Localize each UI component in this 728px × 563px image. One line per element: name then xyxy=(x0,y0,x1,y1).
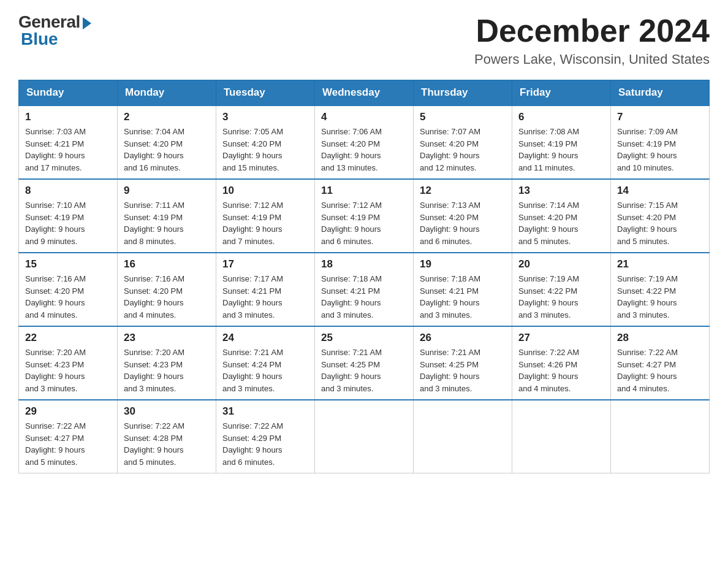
day-number: 22 xyxy=(25,332,111,344)
calendar-cell: 17 Sunrise: 7:17 AM Sunset: 4:21 PM Dayl… xyxy=(216,253,315,326)
calendar-cell: 1 Sunrise: 7:03 AM Sunset: 4:21 PM Dayli… xyxy=(19,105,118,179)
calendar-cell: 20 Sunrise: 7:19 AM Sunset: 4:22 PM Dayl… xyxy=(512,253,611,326)
day-info: Sunrise: 7:22 AM Sunset: 4:27 PM Dayligh… xyxy=(617,347,703,394)
day-info: Sunrise: 7:05 AM Sunset: 4:20 PM Dayligh… xyxy=(222,126,308,174)
calendar-week-1: 1 Sunrise: 7:03 AM Sunset: 4:21 PM Dayli… xyxy=(19,105,710,179)
calendar-cell: 16 Sunrise: 7:16 AM Sunset: 4:20 PM Dayl… xyxy=(118,253,216,326)
calendar-cell: 4 Sunrise: 7:06 AM Sunset: 4:20 PM Dayli… xyxy=(315,105,414,179)
calendar-cell: 26 Sunrise: 7:21 AM Sunset: 4:25 PM Dayl… xyxy=(414,326,512,400)
calendar-cell: 7 Sunrise: 7:09 AM Sunset: 4:19 PM Dayli… xyxy=(611,105,710,179)
day-info: Sunrise: 7:13 AM Sunset: 4:20 PM Dayligh… xyxy=(420,199,506,247)
col-monday: Monday xyxy=(118,80,216,106)
calendar-cell: 18 Sunrise: 7:18 AM Sunset: 4:21 PM Dayl… xyxy=(315,253,414,326)
calendar-cell: 24 Sunrise: 7:21 AM Sunset: 4:24 PM Dayl… xyxy=(216,326,315,400)
day-info: Sunrise: 7:22 AM Sunset: 4:27 PM Dayligh… xyxy=(25,420,111,468)
day-number: 28 xyxy=(617,332,703,344)
calendar-cell: 21 Sunrise: 7:19 AM Sunset: 4:22 PM Dayl… xyxy=(611,253,710,326)
logo: General Blue xyxy=(18,12,91,49)
day-info: Sunrise: 7:16 AM Sunset: 4:20 PM Dayligh… xyxy=(124,273,210,321)
day-info: Sunrise: 7:18 AM Sunset: 4:21 PM Dayligh… xyxy=(321,273,407,321)
calendar-table: Sunday Monday Tuesday Wednesday Thursday… xyxy=(18,80,710,473)
col-sunday: Sunday xyxy=(19,80,118,106)
day-number: 4 xyxy=(321,111,407,123)
calendar-cell: 31 Sunrise: 7:22 AM Sunset: 4:29 PM Dayl… xyxy=(216,400,315,473)
day-number: 25 xyxy=(321,332,407,344)
day-info: Sunrise: 7:06 AM Sunset: 4:20 PM Dayligh… xyxy=(321,126,407,174)
day-number: 6 xyxy=(518,111,604,123)
day-number: 30 xyxy=(124,405,210,418)
day-info: Sunrise: 7:21 AM Sunset: 4:24 PM Dayligh… xyxy=(222,347,308,394)
calendar-cell xyxy=(512,400,611,473)
day-number: 15 xyxy=(25,258,111,270)
calendar-cell: 10 Sunrise: 7:12 AM Sunset: 4:19 PM Dayl… xyxy=(216,179,315,253)
month-title: December 2024 xyxy=(474,12,710,49)
day-info: Sunrise: 7:19 AM Sunset: 4:22 PM Dayligh… xyxy=(518,273,604,321)
calendar-cell: 29 Sunrise: 7:22 AM Sunset: 4:27 PM Dayl… xyxy=(19,400,118,473)
day-number: 31 xyxy=(222,405,308,418)
day-info: Sunrise: 7:12 AM Sunset: 4:19 PM Dayligh… xyxy=(321,199,407,247)
day-number: 21 xyxy=(617,258,703,270)
day-info: Sunrise: 7:12 AM Sunset: 4:19 PM Dayligh… xyxy=(222,199,308,247)
day-info: Sunrise: 7:04 AM Sunset: 4:20 PM Dayligh… xyxy=(124,126,210,174)
calendar-cell: 27 Sunrise: 7:22 AM Sunset: 4:26 PM Dayl… xyxy=(512,326,611,400)
calendar-header-row: Sunday Monday Tuesday Wednesday Thursday… xyxy=(19,80,710,106)
col-wednesday: Wednesday xyxy=(315,80,414,106)
day-number: 10 xyxy=(222,185,308,197)
day-info: Sunrise: 7:08 AM Sunset: 4:19 PM Dayligh… xyxy=(518,126,604,174)
calendar-cell: 2 Sunrise: 7:04 AM Sunset: 4:20 PM Dayli… xyxy=(118,105,216,179)
day-info: Sunrise: 7:14 AM Sunset: 4:20 PM Dayligh… xyxy=(518,199,604,247)
day-number: 20 xyxy=(518,258,604,270)
day-info: Sunrise: 7:20 AM Sunset: 4:23 PM Dayligh… xyxy=(124,347,210,394)
calendar-cell: 23 Sunrise: 7:20 AM Sunset: 4:23 PM Dayl… xyxy=(118,326,216,400)
day-number: 24 xyxy=(222,332,308,344)
day-number: 5 xyxy=(420,111,506,123)
day-number: 11 xyxy=(321,185,407,197)
calendar-cell: 6 Sunrise: 7:08 AM Sunset: 4:19 PM Dayli… xyxy=(512,105,611,179)
day-number: 29 xyxy=(25,405,111,418)
day-number: 26 xyxy=(420,332,506,344)
calendar-cell: 14 Sunrise: 7:15 AM Sunset: 4:20 PM Dayl… xyxy=(611,179,710,253)
calendar-cell xyxy=(315,400,414,473)
calendar-week-3: 15 Sunrise: 7:16 AM Sunset: 4:20 PM Dayl… xyxy=(19,253,710,326)
day-info: Sunrise: 7:22 AM Sunset: 4:26 PM Dayligh… xyxy=(518,347,604,394)
day-number: 9 xyxy=(124,185,210,197)
page-header: General Blue December 2024 Powers Lake, … xyxy=(18,12,710,67)
logo-arrow-icon xyxy=(83,17,91,29)
day-number: 18 xyxy=(321,258,407,270)
calendar-cell: 5 Sunrise: 7:07 AM Sunset: 4:20 PM Dayli… xyxy=(414,105,512,179)
day-info: Sunrise: 7:19 AM Sunset: 4:22 PM Dayligh… xyxy=(617,273,703,321)
day-number: 16 xyxy=(124,258,210,270)
day-number: 27 xyxy=(518,332,604,344)
day-number: 17 xyxy=(222,258,308,270)
day-number: 19 xyxy=(420,258,506,270)
col-thursday: Thursday xyxy=(414,80,512,106)
day-info: Sunrise: 7:10 AM Sunset: 4:19 PM Dayligh… xyxy=(25,199,111,247)
calendar-cell: 19 Sunrise: 7:18 AM Sunset: 4:21 PM Dayl… xyxy=(414,253,512,326)
calendar-cell xyxy=(414,400,512,473)
day-info: Sunrise: 7:16 AM Sunset: 4:20 PM Dayligh… xyxy=(25,273,111,321)
day-info: Sunrise: 7:11 AM Sunset: 4:19 PM Dayligh… xyxy=(124,199,210,247)
calendar-cell: 28 Sunrise: 7:22 AM Sunset: 4:27 PM Dayl… xyxy=(611,326,710,400)
day-info: Sunrise: 7:09 AM Sunset: 4:19 PM Dayligh… xyxy=(617,126,703,174)
calendar-cell: 8 Sunrise: 7:10 AM Sunset: 4:19 PM Dayli… xyxy=(19,179,118,253)
day-info: Sunrise: 7:22 AM Sunset: 4:28 PM Dayligh… xyxy=(124,420,210,468)
day-number: 12 xyxy=(420,185,506,197)
day-info: Sunrise: 7:22 AM Sunset: 4:29 PM Dayligh… xyxy=(222,420,308,468)
day-number: 3 xyxy=(222,111,308,123)
col-saturday: Saturday xyxy=(611,80,710,106)
col-friday: Friday xyxy=(512,80,611,106)
day-info: Sunrise: 7:20 AM Sunset: 4:23 PM Dayligh… xyxy=(25,347,111,394)
calendar-week-5: 29 Sunrise: 7:22 AM Sunset: 4:27 PM Dayl… xyxy=(19,400,710,473)
day-info: Sunrise: 7:15 AM Sunset: 4:20 PM Dayligh… xyxy=(617,199,703,247)
calendar-cell: 9 Sunrise: 7:11 AM Sunset: 4:19 PM Dayli… xyxy=(118,179,216,253)
calendar-cell: 22 Sunrise: 7:20 AM Sunset: 4:23 PM Dayl… xyxy=(19,326,118,400)
day-number: 23 xyxy=(124,332,210,344)
day-info: Sunrise: 7:21 AM Sunset: 4:25 PM Dayligh… xyxy=(321,347,407,394)
calendar-cell: 11 Sunrise: 7:12 AM Sunset: 4:19 PM Dayl… xyxy=(315,179,414,253)
day-number: 8 xyxy=(25,185,111,197)
calendar-cell: 30 Sunrise: 7:22 AM Sunset: 4:28 PM Dayl… xyxy=(118,400,216,473)
calendar-cell: 3 Sunrise: 7:05 AM Sunset: 4:20 PM Dayli… xyxy=(216,105,315,179)
day-number: 1 xyxy=(25,111,111,123)
day-number: 14 xyxy=(617,185,703,197)
day-info: Sunrise: 7:18 AM Sunset: 4:21 PM Dayligh… xyxy=(420,273,506,321)
